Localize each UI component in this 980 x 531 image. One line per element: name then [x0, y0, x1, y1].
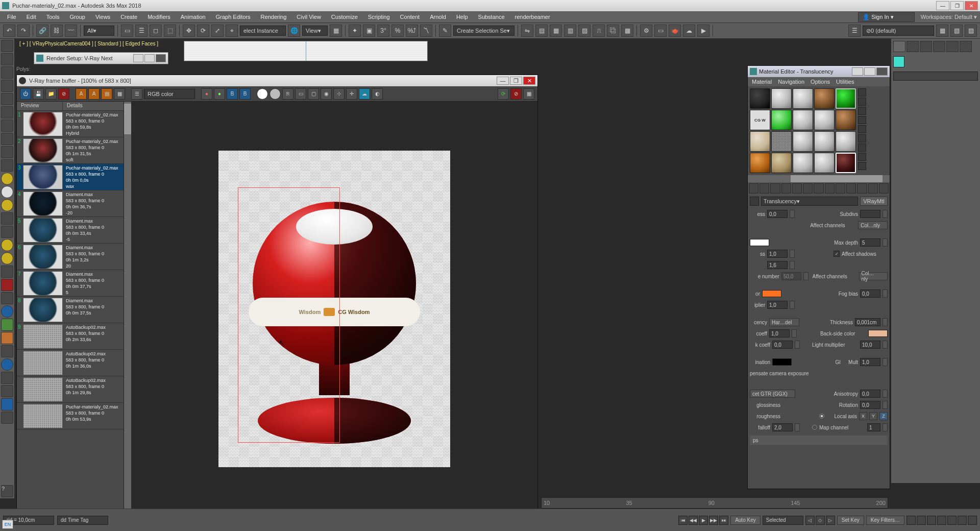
medit-close[interactable] — [876, 67, 888, 76]
minimize-button[interactable]: — — [936, 1, 949, 10]
vfb-center-icon[interactable]: ✛ — [346, 88, 357, 100]
history-row[interactable]: 5Diament.max 583 x 800, frame 0 0h 0m 33… — [17, 217, 124, 244]
cmd-tree-icon[interactable] — [1, 319, 13, 331]
vfb-alpha-icon[interactable]: ▦ — [114, 88, 125, 100]
medit-put-icon[interactable] — [760, 183, 769, 194]
spinner[interactable] — [883, 401, 888, 409]
cmd-help-icon[interactable]: ? — [1, 485, 13, 497]
mat-slot[interactable] — [771, 131, 792, 152]
param-ss-value2[interactable]: 1,6 — [767, 261, 788, 269]
selectname-button[interactable]: ☰ — [135, 25, 148, 37]
vfb-text-icon[interactable]: A — [76, 88, 87, 100]
param-anisotropy-value[interactable]: 0,0 — [860, 390, 880, 398]
keyfilters-button[interactable]: Key Filters… — [866, 516, 904, 525]
param-enumber-value[interactable]: 50,0 — [781, 272, 801, 280]
center-button[interactable]: ▦ — [330, 25, 342, 37]
namedset-button[interactable]: ✎ — [439, 25, 451, 37]
param-thickness-value[interactable]: 0,001cm — [855, 318, 880, 326]
param-ination-swatch[interactable] — [772, 358, 792, 366]
spinner[interactable] — [790, 261, 795, 269]
menu-edit[interactable]: Edit — [22, 13, 40, 21]
cmd-camera-icon[interactable] — [1, 292, 13, 304]
mat-slot[interactable]: CG W — [750, 110, 770, 130]
axis-z-button[interactable]: Z — [879, 412, 888, 420]
viewport-thumbnail[interactable] — [184, 41, 428, 61]
mat-slot[interactable] — [750, 131, 770, 152]
mat-slot[interactable] — [750, 153, 770, 173]
cmd-sphere-blue-icon[interactable] — [1, 305, 13, 318]
align-button[interactable]: ▤ — [535, 25, 548, 37]
medit-show2-icon[interactable] — [846, 183, 856, 194]
cmd-sphere-white-icon[interactable] — [1, 186, 13, 198]
cmd-teapot-icon[interactable] — [1, 146, 13, 158]
menu-rendering[interactable]: Rendering — [257, 13, 291, 21]
param-affectch-dropdown[interactable]: Col…nly — [858, 221, 888, 229]
viewport-label[interactable]: [ + ] [ VRayPhysicalCamera004 ] [ Standa… — [14, 39, 163, 48]
next-frame-icon[interactable]: ▶▶ — [709, 516, 718, 525]
ex3-button[interactable]: ▨ — [965, 25, 977, 37]
medit-copy-icon[interactable] — [792, 183, 802, 194]
render-setup-maximize[interactable] — [144, 54, 155, 62]
select-button[interactable]: ▭ — [121, 25, 133, 37]
vfb-b-icon[interactable]: B — [227, 88, 238, 100]
history-row[interactable]: 1Puchar-materialy_02.max 583 x 800, fram… — [17, 111, 124, 137]
param-maxdepth-swatch[interactable] — [750, 239, 769, 246]
param-falloff-value[interactable]: 2,0 — [772, 423, 793, 431]
vfb-minimize[interactable]: — — [497, 77, 509, 85]
param-mapchannel-value[interactable]: 1 — [867, 423, 880, 431]
cmd-plane2-icon[interactable] — [1, 159, 13, 172]
medit-unique-icon[interactable] — [803, 183, 813, 194]
render-setup-button[interactable]: ⚙ — [640, 25, 652, 37]
vfb-maximize[interactable]: ❐ — [510, 77, 522, 85]
render-setup-window[interactable]: Render Setup: V-Ray Next — [34, 52, 168, 64]
vfb-mono-icon[interactable] — [257, 88, 268, 100]
window-cross-button[interactable]: ⬚ — [164, 25, 176, 37]
medit-menu-material[interactable]: Material — [750, 79, 774, 85]
medit-pick-icon[interactable] — [750, 197, 759, 206]
cmd-create-tab[interactable] — [893, 41, 905, 52]
history-row[interactable]: AutoBackup02.max 583 x 800, frame 0 0h 1… — [17, 350, 124, 376]
rectsel-button[interactable]: ◻ — [150, 25, 162, 37]
link-button[interactable]: 🔗 — [36, 25, 48, 37]
param-coeff-value[interactable]: 1,0 — [769, 329, 790, 337]
mat-slot[interactable] — [793, 88, 813, 109]
refcoord-button[interactable]: 🌐 — [288, 25, 300, 37]
render-setup-minimize[interactable] — [133, 54, 143, 62]
medit-show-icon[interactable] — [836, 183, 845, 194]
history-row[interactable]: 3Puchar-materialy_02.max 583 x 800, fram… — [17, 164, 124, 190]
reference-field[interactable]: elect Instance — [240, 26, 286, 36]
history-row[interactable]: 9AutoBackup02.max 583 x 800, frame 0 0h … — [17, 323, 124, 350]
param-ps-rollout[interactable]: ps — [750, 436, 888, 445]
layer-button[interactable]: ▦ — [550, 25, 562, 37]
layer3-button[interactable]: ▨ — [578, 25, 591, 37]
menu-content[interactable]: Content — [396, 13, 424, 21]
param-fog-swatch[interactable] — [762, 290, 781, 297]
key-add-icon[interactable]: ◇ — [816, 516, 825, 525]
redo-button[interactable]: ↷ — [17, 25, 30, 37]
rotate-button[interactable]: ⟳ — [197, 25, 209, 37]
cmd-hair-icon[interactable] — [1, 106, 13, 118]
history-preview-header[interactable]: Preview — [17, 102, 63, 110]
menu-substance[interactable]: Substance — [474, 13, 509, 21]
render-setup-close[interactable] — [156, 54, 166, 62]
cmd-tape-icon[interactable] — [1, 345, 13, 357]
vfb-load-icon[interactable]: 📁 — [45, 88, 57, 100]
cmd-dropdown[interactable] — [893, 71, 978, 81]
param-localaxis-radio[interactable] — [819, 414, 824, 419]
goto-start-icon[interactable]: ⏮ — [678, 516, 688, 525]
history-row[interactable]: AutoBackup02.max 583 x 800, frame 0 0h 1… — [17, 376, 124, 403]
param-rotation-value[interactable]: 0,0 — [860, 401, 880, 409]
axis-y-button[interactable]: Y — [869, 412, 877, 420]
spinner[interactable] — [792, 329, 797, 337]
param-fogbias-value[interactable]: 0,0 — [860, 289, 880, 298]
spinner[interactable] — [790, 301, 795, 309]
menu-renderbeamer[interactable]: renderbeamer — [511, 13, 554, 21]
nav-zoom-icon[interactable] — [906, 516, 916, 525]
angle-snap-button[interactable]: 3° — [377, 25, 389, 37]
snap-button[interactable]: ✦ — [349, 25, 361, 37]
cmd-text-icon[interactable] — [1, 332, 13, 344]
spinner[interactable] — [883, 423, 888, 431]
vfb-settings-icon[interactable]: ▦ — [523, 88, 534, 100]
snap2-button[interactable]: ▣ — [363, 25, 375, 37]
cmd-link-icon[interactable] — [1, 133, 13, 145]
